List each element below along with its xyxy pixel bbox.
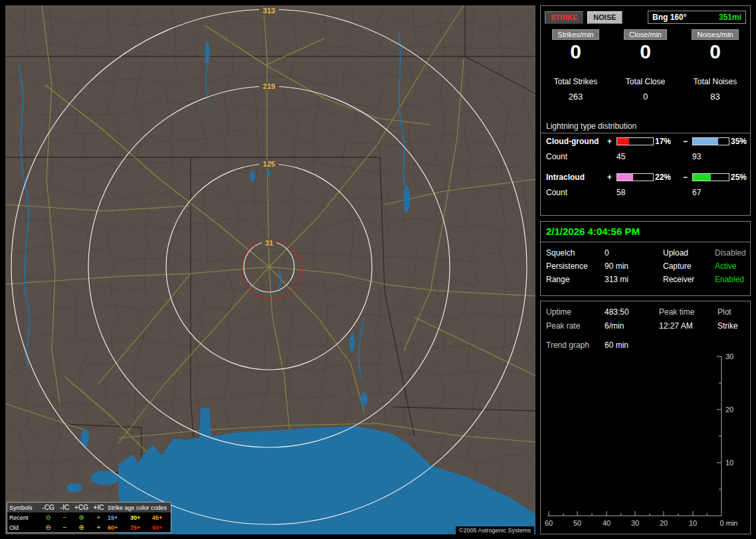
ic-positive-bar-fill [617, 174, 633, 181]
trend-panel: Uptime 483:50 Peak time Plot Peak rate 6… [540, 301, 751, 534]
intracloud-row: Intracloud + 22% − 25% [541, 169, 750, 185]
cloud-ground-row: Cloud-ground + 17% − 35% [541, 133, 750, 149]
strike-mode-button[interactable]: STRIKE [545, 11, 583, 24]
legend-recent-label: Recent [9, 514, 40, 521]
strike-stats-panel: STRIKE NOISE Bng 160° 351mi Strikes/min … [540, 5, 751, 216]
count-label: Count [546, 152, 607, 161]
squelch-label: Squelch [546, 248, 605, 258]
uptime-rows: Uptime 483:50 Peak time Plot Peak rate 6… [541, 301, 750, 352]
range-label: Range [546, 275, 605, 284]
legend-header-row: Symbols -CG -IC +CG +IC Strike age color… [7, 502, 171, 512]
legend-age-header: Strike age color codes [108, 504, 171, 511]
legend-col-neg-cg: -CG [40, 504, 56, 511]
map-canvas: 313 219 125 31 [5, 5, 535, 534]
ic-negative-bar [692, 173, 729, 181]
age-90-badge: 90+ [152, 524, 171, 531]
cg-negative-bar-fill [693, 138, 718, 145]
trend-x-tick-50: 50 [573, 519, 581, 527]
trend-graph-row: Trend graph 60 min [541, 338, 750, 352]
age-45-badge: 45+ [152, 514, 171, 521]
age-75-badge: 75+ [130, 524, 152, 531]
pos-cg-old-symbol: ⊕ [73, 524, 90, 531]
legend-old-row: Old ⊖ − ⊕ + 60+ 75+ 90+ [7, 522, 171, 532]
divider [541, 242, 750, 242]
peak-rate-row: Peak rate 6/min 12:27 AM Strike [541, 319, 750, 333]
ring-label-31: 31 [265, 239, 273, 247]
lightning-map[interactable]: 313 219 125 31 Symbols -CG -IC +CG +IC S… [5, 5, 535, 534]
ring-label-313: 313 [263, 7, 275, 15]
age-15-badge: 15+ [108, 514, 130, 521]
close-per-min-label: Close/min [624, 29, 667, 40]
map-legend: Symbols -CG -IC +CG +IC Strike age color… [7, 502, 171, 533]
bearing-label: Bng 160° [652, 13, 686, 22]
legend-col-pos-ic: +IC [90, 504, 108, 511]
trend-y-tick-20: 20 [725, 406, 733, 414]
legend-col-pos-cg: +CG [73, 504, 90, 511]
cg-positive-count: 45 [616, 152, 655, 161]
squelch-value: 0 [605, 248, 663, 258]
receiver-status: Enabled [715, 275, 750, 284]
per-minute-counters: Strikes/min 0 Total Strikes 263 Close/mi… [541, 29, 750, 102]
plus-sign: + [607, 137, 616, 146]
current-datetime: 2/1/2026 4:04:56 PM [541, 222, 750, 240]
minus-sign: − [683, 137, 692, 146]
ic-negative-count: 67 [692, 188, 731, 197]
cloud-ground-label: Cloud-ground [546, 137, 607, 146]
total-noises-label: Total Noises [680, 77, 750, 86]
ic-positive-count: 58 [616, 188, 655, 197]
total-noises-value: 83 [680, 92, 750, 102]
persistence-capture-row: Persistence 90 min Capture Active [541, 260, 750, 273]
ic-positive-percent: 22% [655, 173, 683, 182]
distribution-title: Lightning type distribution [541, 121, 750, 131]
peak-rate-value: 6/min [605, 321, 659, 331]
cg-negative-bar [692, 137, 729, 145]
receiver-label: Receiver [663, 275, 715, 284]
ic-negative-percent: 25% [731, 173, 750, 182]
total-close-label: Total Close [611, 77, 680, 86]
uptime-value: 483:50 [605, 307, 659, 317]
squelch-upload-row: Squelch 0 Upload Disabled [541, 246, 750, 260]
neg-cg-recent-symbol: ⊖ [40, 514, 56, 521]
range-receiver-row: Range 313 mi Receiver Enabled [541, 273, 750, 286]
noise-mode-button[interactable]: NOISE [587, 11, 622, 24]
cg-negative-count: 93 [692, 152, 731, 161]
strikes-per-min-label: Strikes/min [552, 29, 599, 40]
legend-symbols-header: Symbols [9, 504, 40, 511]
noises-per-min-counter: Noises/min 0 Total Noises 83 [680, 29, 750, 102]
cg-negative-percent: 35% [731, 137, 750, 146]
peak-time-label: Peak time [659, 307, 717, 317]
ring-label-125: 125 [263, 160, 275, 168]
neg-cg-old-symbol: ⊖ [40, 524, 56, 531]
cloud-ground-count-row: Count 45 93 [541, 149, 750, 164]
trend-y-tick-10: 10 [725, 459, 733, 467]
minus-sign: − [683, 173, 692, 182]
bearing-readout: Bng 160° 351mi [648, 11, 746, 24]
trend-graph: 30 20 10 60 50 40 30 20 10 0 min [541, 352, 750, 534]
noises-per-min-label: Noises/min [692, 29, 738, 40]
intracloud-count-row: Count 58 67 [541, 185, 750, 200]
intracloud-label: Intracloud [546, 173, 607, 182]
plus-sign: + [607, 173, 616, 182]
trend-graph-window: 60 min [605, 341, 659, 350]
count-label: Count [546, 188, 607, 197]
cg-positive-bar-fill [617, 138, 629, 145]
persistence-value: 90 min [605, 262, 663, 271]
noises-per-min-value: 0 [680, 41, 750, 62]
plot-label: Plot [717, 307, 750, 317]
close-per-min-counter: Close/min 0 Total Close 0 [611, 29, 680, 102]
trend-x-tick-10: 10 [689, 519, 697, 527]
capture-label: Capture [663, 262, 715, 271]
trend-x-tick-40: 40 [603, 519, 611, 527]
bearing-distance: 351mi [719, 13, 741, 22]
total-strikes-value: 263 [541, 92, 611, 102]
cg-positive-percent: 17% [655, 137, 683, 146]
mode-toolbar: STRIKE NOISE Bng 160° 351mi [541, 6, 750, 24]
peak-rate-label: Peak rate [546, 321, 605, 331]
persistence-label: Persistence [546, 262, 605, 271]
pos-ic-old-symbol: + [90, 524, 108, 531]
legend-old-label: Old [9, 524, 40, 531]
peak-time-value: 12:27 AM [659, 321, 717, 331]
trend-y-tick-30: 30 [725, 352, 733, 360]
ic-positive-bar [616, 173, 654, 181]
trend-origin-label: 0 min [720, 519, 738, 527]
